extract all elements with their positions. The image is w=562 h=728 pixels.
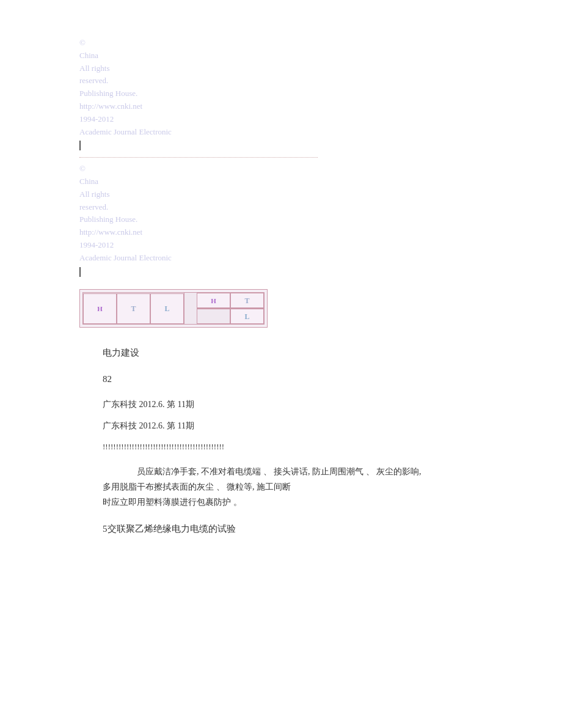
exclamation-line: !!!!!!!!!!!!!!!!!!!!!!!!!!!!!!!!!!!!!!!!…	[103, 441, 513, 453]
china-2: China	[79, 175, 562, 188]
copyright-1: ©	[79, 37, 562, 50]
publishing-2: Publishing House.	[79, 213, 562, 226]
diagram-right-bottom: L	[197, 309, 264, 324]
diagram-box: H T L H T L	[79, 289, 268, 328]
year-1: 1994-2012	[79, 113, 562, 126]
diagram-left: H T L	[83, 293, 184, 324]
diagram-cell-h: H	[83, 293, 117, 324]
page-number: 82	[103, 372, 513, 386]
paragraph-text-1: 员应戴洁净手套, 不准对着电缆端 、 接头讲话, 防止周围潮气 、 灰尘的影响,	[120, 467, 422, 476]
diagram-cell-empty	[197, 309, 230, 324]
cursor-2	[79, 267, 81, 277]
diagram-cell-t2: T	[230, 293, 264, 308]
diagram-cell-l2: L	[230, 309, 264, 324]
watermark-block-1: © China All rights reserved. Publishing …	[0, 37, 562, 151]
reserved-1: reserved.	[79, 75, 562, 87]
academic-1: Academic Journal Electronic	[79, 126, 562, 139]
page-container: © China All rights reserved. Publishing …	[0, 0, 562, 728]
copyright-2: ©	[79, 163, 562, 175]
watermark-block-2: © China All rights reserved. Publishing …	[0, 163, 562, 277]
diagram-cell-t: T	[117, 293, 150, 324]
diagram-cell-l: L	[150, 293, 184, 324]
publishing-1: Publishing House.	[79, 87, 562, 100]
paragraph-text-3: 时应立即用塑料薄膜进行包裹防护 。	[103, 498, 242, 507]
diagram-container: H T L H T L	[0, 289, 562, 328]
year-2: 1994-2012	[79, 239, 562, 252]
diagram-gap	[184, 293, 197, 324]
watermark-text-2: © China All rights reserved. Publishing …	[79, 163, 562, 277]
diagram-inner: H T L H T L	[82, 292, 265, 325]
journal-ref-2: 广东科技 2012.6. 第 11期	[103, 419, 513, 432]
china-1: China	[79, 50, 562, 62]
diagram-right-top: H T	[197, 293, 264, 309]
diagram-right: H T L	[197, 293, 264, 324]
divider-1	[79, 157, 318, 158]
section-title: 电力建设	[103, 346, 513, 360]
reserved-2: reserved.	[79, 201, 562, 214]
section-heading: 5交联聚乙烯绝缘电力电缆的试验	[103, 522, 513, 536]
content-section: 电力建设 82 广东科技 2012.6. 第 11期 广东科技 2012.6. …	[0, 346, 562, 536]
allrights-1: All rights	[79, 62, 562, 75]
paragraph-1: 员应戴洁净手套, 不准对着电缆端 、 接头讲话, 防止周围潮气 、 灰尘的影响,…	[103, 464, 513, 510]
allrights-2: All rights	[79, 188, 562, 201]
journal-ref-1: 广东科技 2012.6. 第 11期	[103, 398, 513, 411]
paragraph-text-2: 多用脱脂干布擦拭表面的灰尘 、 微粒等, 施工间断	[103, 482, 291, 491]
url-1: http://www.cnki.net	[79, 100, 562, 113]
academic-2: Academic Journal Electronic	[79, 252, 562, 265]
diagram-cell-h2: H	[197, 293, 230, 308]
url-2: http://www.cnki.net	[79, 226, 562, 239]
cursor-1	[79, 141, 81, 150]
watermark-text-1: © China All rights reserved. Publishing …	[79, 37, 562, 151]
